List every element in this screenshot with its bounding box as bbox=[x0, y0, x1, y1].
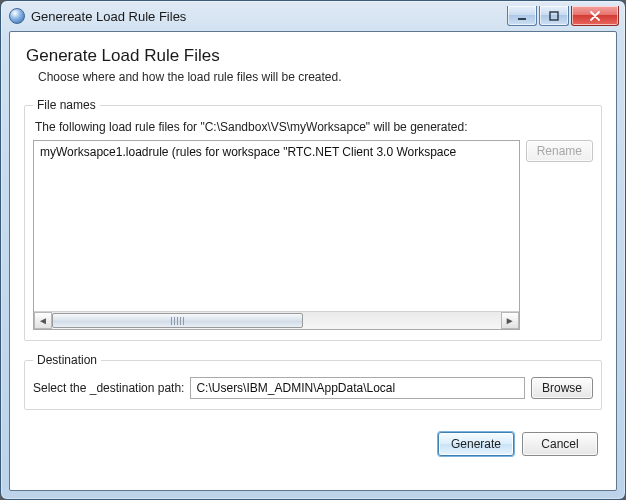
scroll-left-button[interactable]: ◄ bbox=[34, 312, 52, 329]
window-controls bbox=[507, 6, 619, 26]
horizontal-scrollbar[interactable]: ◄ ► bbox=[34, 311, 519, 329]
page-title: Generate Load Rule Files bbox=[26, 46, 602, 66]
destination-group: Destination Select the _destination path… bbox=[24, 353, 602, 410]
dialog-footer: Generate Cancel bbox=[24, 422, 602, 458]
dialog-window: Genereate Load Rule Files Generate Load … bbox=[0, 0, 626, 500]
svg-rect-0 bbox=[518, 18, 526, 20]
filenames-description: The following load rule files for "C:\Sa… bbox=[35, 120, 593, 134]
close-button[interactable] bbox=[571, 6, 619, 26]
cancel-button[interactable]: Cancel bbox=[522, 432, 598, 456]
browse-button[interactable]: Browse bbox=[531, 377, 593, 399]
maximize-button[interactable] bbox=[539, 6, 569, 26]
filenames-legend: File names bbox=[33, 98, 100, 112]
app-icon bbox=[9, 8, 25, 24]
window-title: Genereate Load Rule Files bbox=[31, 9, 507, 24]
destination-label: Select the _destination path: bbox=[33, 381, 184, 395]
generate-button[interactable]: Generate bbox=[438, 432, 514, 456]
list-item[interactable]: myWorksapce1.loadrule (rules for workspa… bbox=[40, 145, 513, 159]
scroll-track[interactable] bbox=[52, 312, 501, 329]
close-icon bbox=[589, 11, 601, 21]
page-subtitle: Choose where and how the load rule files… bbox=[38, 70, 602, 84]
minimize-icon bbox=[517, 11, 527, 21]
titlebar[interactable]: Genereate Load Rule Files bbox=[1, 1, 625, 31]
rename-button: Rename bbox=[526, 140, 593, 162]
filenames-group: File names The following load rule files… bbox=[24, 98, 602, 341]
scroll-right-button[interactable]: ► bbox=[501, 312, 519, 329]
client-area: Generate Load Rule Files Choose where an… bbox=[9, 31, 617, 491]
minimize-button[interactable] bbox=[507, 6, 537, 26]
maximize-icon bbox=[549, 11, 559, 21]
svg-rect-1 bbox=[550, 12, 558, 20]
filenames-listbox[interactable]: myWorksapce1.loadrule (rules for workspa… bbox=[33, 140, 520, 330]
destination-input[interactable] bbox=[190, 377, 525, 399]
destination-legend: Destination bbox=[33, 353, 101, 367]
scroll-thumb[interactable] bbox=[52, 313, 303, 328]
